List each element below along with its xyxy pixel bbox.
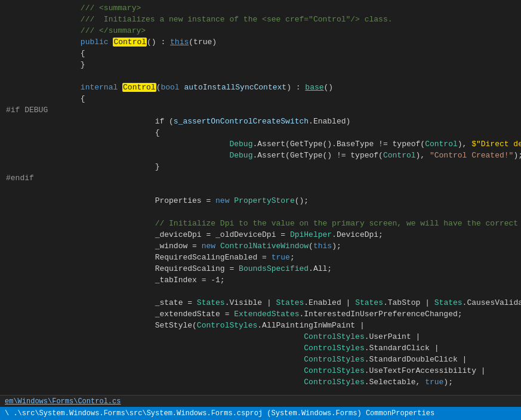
table-row: ControlStyles.StandardDoubleClick |: [0, 354, 521, 365]
code-editor: /// <summary> /// Initializes a new inst…: [0, 0, 521, 396]
table-row: if (s_assertOnControlCreateSwitch.Enable…: [0, 116, 521, 127]
status-bar: \ .\src\System.Windows.Forms\src\System.…: [0, 407, 521, 420]
table-row: internal Control(bool autoInstallSyncCon…: [0, 82, 521, 93]
table-row: _extendedState = ExtendedStates.Interest…: [0, 308, 521, 320]
table-row: {: [0, 48, 521, 59]
table-row: RequiredScaling = BoundsSpecified.All;: [0, 263, 521, 274]
table-row: ControlStyles.Selectable, true);: [0, 376, 521, 388]
table-row: _tabIndex = -1;: [0, 274, 521, 286]
table-row: /// </summary>: [0, 25, 521, 36]
breadcrumb-bar: em\Windows\Forms\Control.cs: [0, 395, 521, 407]
breadcrumb-link[interactable]: em\Windows\Forms\Control.cs: [5, 397, 121, 406]
table-row: _deviceDpi = _oldDeviceDpi = DpiHelper.D…: [0, 229, 521, 240]
table-row: SetStyle(ControlStyles.AllPaintingInWmPa…: [0, 320, 521, 331]
table-row: {: [0, 127, 521, 138]
table-row: _window = new ControlNativeWindow(this);: [0, 240, 521, 252]
table-row: {: [0, 93, 521, 104]
status-text: \ .\src\System.Windows.Forms\src\System.…: [5, 409, 434, 418]
table-row: [0, 70, 521, 82]
table-row: /// <summary>: [0, 2, 521, 14]
table-row: public Control() : this(true): [0, 36, 521, 48]
table-row: RequiredScalingEnabled = true;: [0, 252, 521, 263]
table-row: _state = States.Visible | States.Enabled…: [0, 297, 521, 308]
table-row: ControlStyles.UseTextForAccessibility |: [0, 365, 521, 376]
table-row: }: [0, 161, 521, 172]
table-row: [0, 206, 521, 218]
table-row: #endif: [0, 172, 521, 184]
table-row: // Initialize Dpi to the value on the pr…: [0, 218, 521, 229]
table-row: [0, 184, 521, 195]
table-row: Debug.Assert(GetType().BaseType != typeo…: [0, 138, 521, 150]
table-row: Debug.Assert(GetType() != typeof(Control…: [0, 150, 521, 161]
table-row: [0, 286, 521, 297]
table-row: }: [0, 59, 521, 70]
table-row: Properties = new PropertyStore();: [0, 195, 521, 206]
table-row: /// Initializes a new instance of the <s…: [0, 14, 521, 25]
table-row: #if DEBUG: [0, 104, 521, 116]
table-row: ControlStyles.UserPaint |: [0, 331, 521, 342]
table-row: ControlStyles.StandardClick |: [0, 342, 521, 354]
